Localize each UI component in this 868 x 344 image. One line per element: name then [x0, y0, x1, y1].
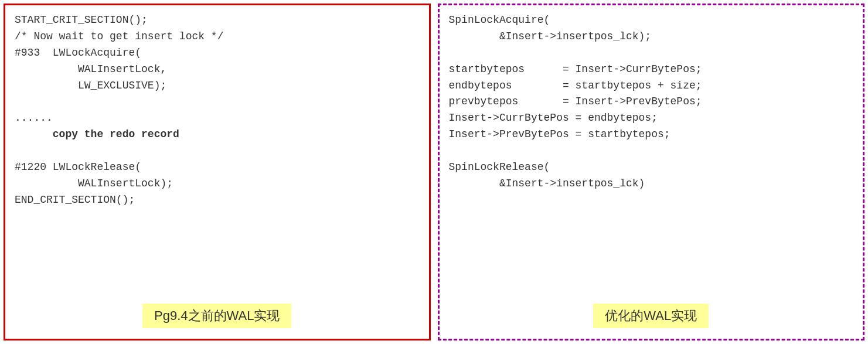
right-label: 优化的WAL实现	[593, 304, 709, 328]
code-line: WALInsertLock,	[15, 63, 166, 75]
left-code: START_CRIT_SECTION(); /* Now wait to get…	[15, 12, 420, 304]
code-line: Insert->CurrBytePos = endbytepos;	[449, 112, 658, 124]
code-line: SpinLockRelease(	[449, 161, 550, 173]
code-line: WALInsertLock);	[15, 178, 173, 189]
code-line: endbytepos = startbytepos + size;	[449, 80, 702, 91]
left-panel: START_CRIT_SECTION(); /* Now wait to get…	[4, 4, 431, 340]
code-line: &Insert->insertpos_lck)	[449, 178, 645, 189]
code-line: LW_EXCLUSIVE);	[15, 80, 166, 91]
code-line: /* Now wait to get insert lock */	[15, 30, 223, 42]
right-panel: SpinLockAcquire( &Insert->insertpos_lck)…	[438, 4, 865, 340]
left-label-area: Pg9.4之前的WAL实现	[15, 304, 420, 334]
code-line: &Insert->insertpos_lck);	[449, 30, 652, 42]
code-line: END_CRIT_SECTION();	[15, 194, 135, 206]
right-code: SpinLockAcquire( &Insert->insertpos_lck)…	[449, 12, 854, 304]
code-line: prevbytepos = Insert->PrevBytePos;	[449, 96, 702, 107]
code-line: #1220 LWLockRelease(	[15, 161, 141, 173]
code-line: #933 LWLockAcquire(	[15, 47, 141, 59]
code-line: ......	[15, 112, 53, 124]
code-line: START_CRIT_SECTION();	[15, 14, 148, 26]
code-line: copy the redo record	[15, 128, 179, 140]
code-line: SpinLockAcquire(	[449, 14, 550, 26]
left-label: Pg9.4之前的WAL实现	[142, 304, 291, 328]
right-label-area: 优化的WAL实现	[449, 304, 854, 334]
code-line: startbytepos = Insert->CurrBytePos;	[449, 63, 702, 75]
code-line: Insert->PrevBytePos = startbytepos;	[449, 128, 670, 140]
